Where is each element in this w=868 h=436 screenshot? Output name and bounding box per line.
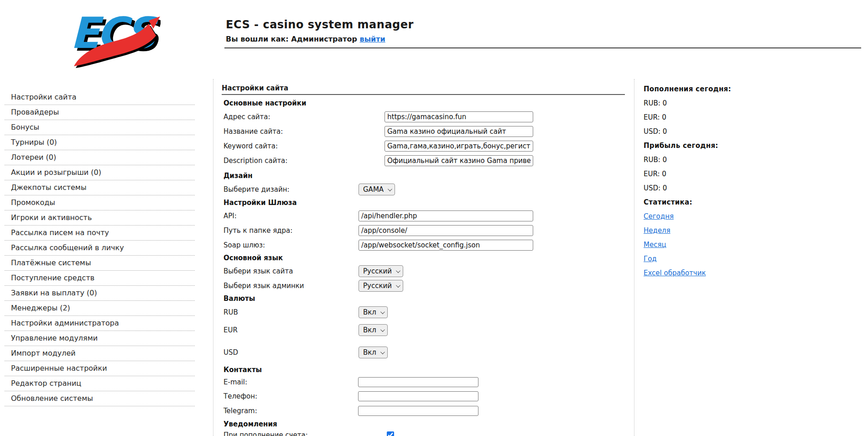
sidebar-item-tournaments[interactable]: Турниры (0) xyxy=(5,135,195,150)
stats-link-month[interactable]: Месяц xyxy=(644,241,666,248)
sidebar-item-jackpots[interactable]: Джекпоты системы xyxy=(5,180,195,195)
soap-gateway-label: Soap шлюз: xyxy=(223,241,359,249)
form-row: RUB Вкл xyxy=(223,306,634,318)
admin-lang-select-value: Русский xyxy=(363,282,392,290)
soap-gateway-input[interactable] xyxy=(359,240,533,251)
section-design: Дизайн xyxy=(223,173,634,179)
login-status-bar: Вы вошли как: Администратор выйти xyxy=(226,35,385,43)
section-gateway: Настройки Шлюза xyxy=(223,200,634,206)
sidebar-item-admin-settings[interactable]: Настройки администратора xyxy=(5,316,195,331)
description-input[interactable] xyxy=(385,155,533,166)
sidebar-item-module-import[interactable]: Импорт модулей xyxy=(5,346,195,361)
sidebar-item-promocodes[interactable]: Промокоды xyxy=(5,195,195,210)
form-row: API: xyxy=(223,210,634,221)
logout-link[interactable]: выйти xyxy=(360,35,385,43)
phone-input[interactable] xyxy=(358,391,478,401)
page-title: Настройки сайта xyxy=(222,84,634,92)
chevron-down-icon xyxy=(396,268,400,273)
sidebar-item-pm-mailing[interactable]: Рассылка сообщений в личку xyxy=(5,241,195,256)
form-row: USD Вкл xyxy=(223,347,634,358)
admin-lang-label: Выбери язык админки xyxy=(223,282,359,290)
sidebar-item-incoming-funds[interactable]: Поступление средств xyxy=(5,271,195,286)
form-row: E-mail: xyxy=(223,377,634,387)
keywords-label: Keyword сайта: xyxy=(223,142,385,150)
ecs-logo: ECS ECS xyxy=(64,7,161,68)
stats-panel: Пополнения сегодня: RUB: 0 EUR: 0 USD: 0… xyxy=(644,85,780,284)
site-name-label: Название сайта: xyxy=(223,127,385,136)
section-contacts: Контакты xyxy=(223,367,634,373)
profit-rub: RUB: 0 xyxy=(644,156,780,163)
design-select[interactable]: GAMA xyxy=(359,184,395,195)
telegram-input[interactable] xyxy=(358,406,478,416)
form-row: Адрес сайта: xyxy=(223,111,634,122)
deposits-today-header: Пополнения сегодня: xyxy=(644,85,780,93)
app-title: ECS - casino system manager xyxy=(226,18,414,31)
section-currencies: Валюты xyxy=(223,295,634,302)
telegram-label: Telegram: xyxy=(223,407,358,415)
sidebar-item-module-management[interactable]: Управление модулями xyxy=(5,331,195,346)
form-row: Выбери язык админки Русский xyxy=(223,280,634,292)
api-input[interactable] xyxy=(359,210,533,221)
form-row: Путь к папке ядра: xyxy=(223,225,634,236)
form-row: Название сайта: xyxy=(223,126,634,137)
site-address-label: Адрес сайта: xyxy=(223,113,385,121)
stats-link-year[interactable]: Год xyxy=(644,255,657,263)
profit-today-header: Прибыль сегодня: xyxy=(644,142,780,149)
sidebar-item-page-editor[interactable]: Редактор страниц xyxy=(5,376,195,391)
api-label: API: xyxy=(223,212,359,220)
sidebar-item-players[interactable]: Игроки и активность xyxy=(5,210,195,226)
sidebar-item-bonuses[interactable]: Бонусы xyxy=(5,120,195,135)
admin-lang-select[interactable]: Русский xyxy=(359,280,403,292)
deposits-rub: RUB: 0 xyxy=(644,100,780,107)
eur-select-value: Вкл xyxy=(363,326,376,334)
rub-label: RUB xyxy=(223,308,359,316)
sidebar-item-lotteries[interactable]: Лотереи (0) xyxy=(5,150,195,165)
sidebar-item-promotions[interactable]: Акции и розыгрыши (0) xyxy=(5,165,195,180)
core-path-input[interactable] xyxy=(359,225,533,236)
usd-select[interactable]: Вкл xyxy=(359,347,388,358)
eur-select[interactable]: Вкл xyxy=(359,324,388,336)
chevron-down-icon xyxy=(388,187,392,191)
login-status-text: Вы вошли как: Администратор xyxy=(226,35,357,43)
site-name-input[interactable] xyxy=(385,126,533,137)
site-lang-label: Выбери язык сайта xyxy=(223,267,359,275)
chevron-down-icon xyxy=(396,283,400,288)
eur-label: EUR xyxy=(223,326,359,334)
form-row: EUR Вкл xyxy=(223,324,634,336)
email-label: E-mail: xyxy=(223,378,358,386)
sidebar-item-payout-requests[interactable]: Заявки на выплату (0) xyxy=(5,286,195,301)
profit-eur: EUR: 0 xyxy=(644,170,780,178)
design-select-value: GAMA xyxy=(363,185,384,194)
main-panel: Настройки сайта Основные настройки Адрес… xyxy=(218,81,634,436)
chevron-down-icon xyxy=(380,350,385,354)
stats-link-today[interactable]: Сегодня xyxy=(644,213,674,220)
deposit-notify-checkbox[interactable] xyxy=(387,431,394,436)
profit-usd: USD: 0 xyxy=(644,184,780,192)
rub-select[interactable]: Вкл xyxy=(359,306,388,318)
form-row: При пополнение счета: xyxy=(223,431,634,436)
form-row: Description сайта: xyxy=(223,155,634,166)
keywords-input[interactable] xyxy=(385,141,533,152)
stats-link-excel[interactable]: Excel обработчик xyxy=(644,269,706,277)
form-row: Телефон: xyxy=(223,391,634,401)
form-row: Soap шлюз: xyxy=(223,240,634,251)
sidebar-item-system-update[interactable]: Обновление системы xyxy=(5,391,195,406)
site-settings-form: Основные настройки Адрес сайта: Название… xyxy=(218,100,634,436)
sidebar-item-payment-systems[interactable]: Платёжные системы xyxy=(5,256,195,271)
form-row: Telegram: xyxy=(223,406,634,416)
section-basic-settings: Основные настройки xyxy=(223,100,634,107)
sidebar-nav: Настройки сайта Провайдеры Бонусы Турнир… xyxy=(5,90,195,406)
sidebar-item-site-settings[interactable]: Настройки сайта xyxy=(5,90,195,105)
email-input[interactable] xyxy=(358,377,478,387)
chevron-down-icon xyxy=(380,327,385,332)
sidebar-item-providers[interactable]: Провайдеры xyxy=(5,105,195,120)
sidebar-item-advanced-settings[interactable]: Расширенные настройки xyxy=(5,361,195,376)
sidebar-item-email-mailing[interactable]: Рассылка писем на почту xyxy=(5,226,195,241)
sidebar-menu: Настройки сайта Провайдеры Бонусы Турнир… xyxy=(5,90,195,406)
title-divider xyxy=(222,94,625,95)
site-lang-select[interactable]: Русский xyxy=(359,265,403,277)
site-address-input[interactable] xyxy=(385,111,533,122)
sidebar-item-managers[interactable]: Менеджеры (2) xyxy=(5,301,195,316)
stats-link-week[interactable]: Неделя xyxy=(644,227,670,234)
main-stats-divider xyxy=(634,79,634,436)
